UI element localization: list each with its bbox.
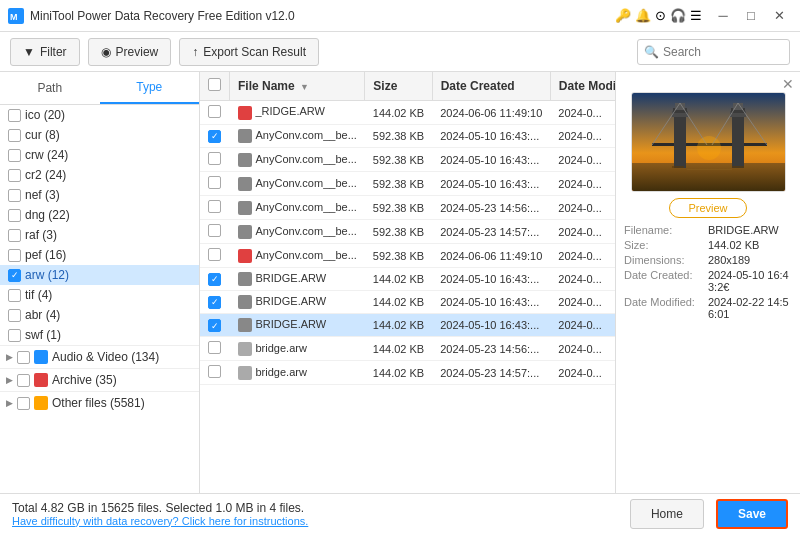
checkbox-6[interactable] — [8, 229, 21, 242]
maximize-button[interactable]: □ — [738, 5, 764, 27]
info-date-created-row: Date Created: 2024-05-10 16:43:2€ — [624, 269, 792, 293]
tree-item-arw[interactable]: ✓arw (12) — [0, 265, 199, 285]
section-2[interactable]: ▶Other files (5581) — [0, 391, 199, 414]
tree-item-ico[interactable]: ico (20) — [0, 105, 199, 125]
info-date-modified-row: Date Modified: 2024-02-22 14:56:01 — [624, 296, 792, 320]
export-button[interactable]: ↑ Export Scan Result — [179, 38, 319, 66]
header-filename[interactable]: File Name ▼ — [230, 72, 365, 101]
checkbox-9[interactable] — [8, 289, 21, 302]
tree-item-nef[interactable]: nef (3) — [0, 185, 199, 205]
section-checkbox-0[interactable] — [17, 351, 30, 364]
header-size[interactable]: Size — [365, 72, 432, 101]
row-checkbox-11[interactable] — [208, 365, 221, 378]
table-row[interactable]: AnyConv.com__be...592.38 KB2024-05-10 16… — [200, 172, 615, 196]
section-1[interactable]: ▶Archive (35) — [0, 368, 199, 391]
table-row[interactable]: bridge.arw144.02 KB2024-05-23 14:57:...2… — [200, 361, 615, 385]
info-size-row: Size: 144.02 KB — [624, 239, 792, 251]
tree-item-tif[interactable]: tif (4) — [0, 285, 199, 305]
svg-rect-9 — [732, 113, 744, 168]
tree-item-abr[interactable]: abr (4) — [0, 305, 199, 325]
header-date-modified[interactable]: Date Modifie... — [550, 72, 615, 101]
tree-item-raf[interactable]: raf (3) — [0, 225, 199, 245]
checkbox-5[interactable] — [8, 209, 21, 222]
minimize-button[interactable]: ─ — [710, 5, 736, 27]
tree-item-pef[interactable]: pef (16) — [0, 245, 199, 265]
home-button[interactable]: Home — [630, 499, 704, 529]
table-row[interactable]: bridge.arw144.02 KB2024-05-23 14:56:...2… — [200, 337, 615, 361]
preview-button[interactable]: ◉ Preview — [88, 38, 172, 66]
row-checkbox-10[interactable] — [208, 341, 221, 354]
checkbox-10[interactable] — [8, 309, 21, 322]
row-checkbox-cell-2 — [200, 148, 230, 172]
table-row[interactable]: ✓BRIDGE.ARW144.02 KB2024-05-10 16:43:...… — [200, 291, 615, 314]
svg-rect-18 — [672, 166, 684, 168]
main-content: Path Type ico (20)cur (8)crw (24)cr2 (24… — [0, 72, 800, 493]
section-label-0: Audio & Video (134) — [52, 350, 159, 364]
row-checkbox-cell-1: ✓ — [200, 125, 230, 148]
header-checkbox[interactable] — [200, 72, 230, 101]
footer-help-link[interactable]: Have difficulty with data recovery? Clic… — [12, 515, 618, 527]
select-all-checkbox[interactable] — [208, 78, 221, 91]
row-date-created-0: 2024-06-06 11:49:10 — [432, 101, 550, 125]
row-size-1: 592.38 KB — [365, 125, 432, 148]
row-checkbox-8[interactable]: ✓ — [208, 296, 221, 309]
item-label-3: cr2 (24) — [25, 168, 66, 182]
tab-type[interactable]: Type — [100, 72, 200, 104]
section-icon-0 — [34, 350, 48, 364]
row-checkbox-1[interactable]: ✓ — [208, 130, 221, 143]
search-input[interactable] — [663, 45, 783, 59]
menu-icon: ☰ — [690, 8, 702, 23]
table-row[interactable]: ✓BRIDGE.ARW144.02 KB2024-05-10 16:43:...… — [200, 268, 615, 291]
close-preview-button[interactable]: ✕ — [782, 76, 794, 92]
row-checkbox-4[interactable] — [208, 200, 221, 213]
row-checkbox-5[interactable] — [208, 224, 221, 237]
table-row[interactable]: AnyConv.com__be...592.38 KB2024-06-06 11… — [200, 244, 615, 268]
svg-rect-3 — [632, 163, 786, 192]
save-button[interactable]: Save — [716, 499, 788, 529]
row-checkbox-0[interactable] — [208, 105, 221, 118]
row-checkbox-3[interactable] — [208, 176, 221, 189]
checkbox-7[interactable] — [8, 249, 21, 262]
footer-total-text: Total 4.82 GB in 15625 files. Selected 1… — [12, 501, 618, 515]
section-0[interactable]: ▶Audio & Video (134) — [0, 345, 199, 368]
row-name-1: AnyConv.com__be... — [230, 125, 365, 148]
checkbox-0[interactable] — [8, 109, 21, 122]
tree-item-swf[interactable]: swf (1) — [0, 325, 199, 345]
preview-button[interactable]: Preview — [669, 198, 746, 218]
table-row[interactable]: AnyConv.com__be...592.38 KB2024-05-23 14… — [200, 196, 615, 220]
row-checkbox-7[interactable]: ✓ — [208, 273, 221, 286]
preview-image-container — [631, 92, 786, 192]
right-panel: ✕ — [615, 72, 800, 493]
row-date-created-4: 2024-05-23 14:56:... — [432, 196, 550, 220]
tree-item-cur[interactable]: cur (8) — [0, 125, 199, 145]
svg-rect-5 — [674, 113, 686, 168]
checkbox-8[interactable]: ✓ — [8, 269, 21, 282]
section-checkbox-2[interactable] — [17, 397, 30, 410]
section-checkbox-1[interactable] — [17, 374, 30, 387]
table-row[interactable]: ✓AnyConv.com__be...592.38 KB2024-05-10 1… — [200, 125, 615, 148]
row-checkbox-6[interactable] — [208, 248, 221, 261]
table-header-row: File Name ▼ Size Date Created Date Modif… — [200, 72, 615, 101]
table-row[interactable]: AnyConv.com__be...592.38 KB2024-05-23 14… — [200, 220, 615, 244]
table-row[interactable]: AnyConv.com__be...592.38 KB2024-05-10 16… — [200, 148, 615, 172]
tree-item-cr2[interactable]: cr2 (24) — [0, 165, 199, 185]
row-checkbox-2[interactable] — [208, 152, 221, 165]
checkbox-4[interactable] — [8, 189, 21, 202]
filter-button[interactable]: ▼ Filter — [10, 38, 80, 66]
tree-item-crw[interactable]: crw (24) — [0, 145, 199, 165]
checkbox-2[interactable] — [8, 149, 21, 162]
window-controls: ─ □ ✕ — [710, 5, 792, 27]
checkbox-1[interactable] — [8, 129, 21, 142]
tree-item-dng[interactable]: dng (22) — [0, 205, 199, 225]
header-date-created[interactable]: Date Created — [432, 72, 550, 101]
row-date-modified-10: 2024-0... — [550, 337, 615, 361]
table-row[interactable]: ✓BRIDGE.ARW144.02 KB2024-05-10 16:43:...… — [200, 314, 615, 337]
close-button[interactable]: ✕ — [766, 5, 792, 27]
file-type-icon — [238, 295, 252, 309]
checkbox-3[interactable] — [8, 169, 21, 182]
file-table-scroll[interactable]: File Name ▼ Size Date Created Date Modif… — [200, 72, 615, 493]
tab-path[interactable]: Path — [0, 72, 100, 104]
checkbox-11[interactable] — [8, 329, 21, 342]
row-checkbox-9[interactable]: ✓ — [208, 319, 221, 332]
table-row[interactable]: _RIDGE.ARW144.02 KB2024-06-06 11:49:1020… — [200, 101, 615, 125]
